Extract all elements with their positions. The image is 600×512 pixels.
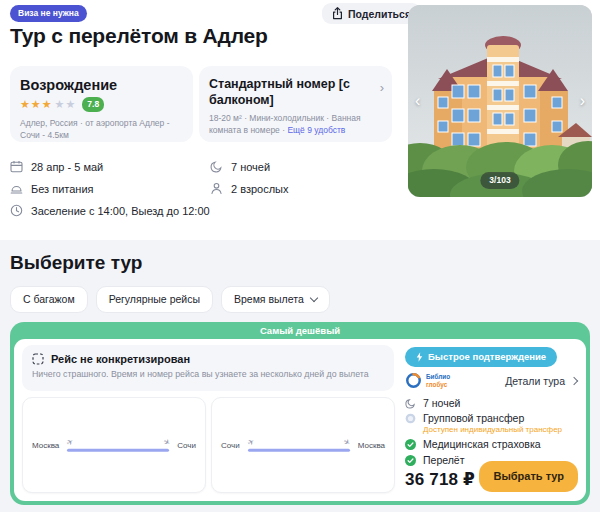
share-icon (332, 7, 343, 20)
meal-icon (10, 182, 23, 195)
feature-flight-label: Перелёт (423, 454, 465, 466)
plane-landing-icon: ✈ (161, 438, 171, 448)
trip-guests: 2 взрослых (210, 182, 289, 195)
flight-notice-title: Рейс не конкретизирован (51, 353, 190, 365)
plane-landing-icon: ✈ (341, 438, 351, 448)
chevron-right-icon[interactable]: › (380, 80, 384, 95)
flight-notice-subtitle: Ничего страшного. Время и номер рейса вы… (32, 369, 384, 379)
flight-from-city: Москва (32, 441, 59, 450)
tour-details-link[interactable]: Детали тура (505, 375, 577, 387)
operator-row: Библио глобус Детали тура (405, 372, 577, 389)
trip-meals-label: Без питания (31, 183, 94, 195)
tours-section: Выберите тур С багажом Регулярные рейсы … (0, 240, 600, 512)
filter-regular-flights-label: Регулярные рейсы (109, 293, 200, 305)
stars-empty-icon: ★★ (55, 98, 77, 111)
trip-dates-label: 28 апр - 5 май (31, 161, 103, 173)
moon-icon (210, 160, 223, 173)
tour-details-label: Детали тура (505, 375, 565, 387)
photo-prev-button[interactable]: ‹ (415, 93, 420, 109)
flight-route-line (248, 449, 350, 452)
filter-departure-time-label: Время вылета (234, 293, 304, 305)
filter-regular-flights[interactable]: Регулярные рейсы (96, 286, 213, 313)
hotel-stars: ★★★ ★★ 7.8 (20, 97, 183, 112)
room-card[interactable]: Стандартный номер [с балконом] › 18-20 м… (199, 66, 392, 142)
share-button[interactable]: Поделиться (322, 3, 421, 24)
plane-takeoff-icon: ✈ (66, 438, 76, 448)
transfer-note: Доступен индивидуальный трансфер (423, 425, 562, 434)
feature-nights-label: 7 ночей (423, 397, 460, 409)
room-amenities-link[interactable]: Ещё 9 удобств (287, 125, 345, 135)
clock-icon (10, 204, 23, 217)
operator-name-line1: Библио (426, 373, 450, 380)
fast-confirmation-badge: Быстрое подтверждение (405, 347, 557, 367)
trip-checkin-label: Заселение с 14:00, Выезд до 12:00 (31, 205, 210, 217)
filter-departure-time[interactable]: Время вылета (221, 286, 330, 313)
flight-to-city: Москва (358, 441, 385, 450)
plane-takeoff-icon: ✈ (246, 438, 256, 448)
chevron-down-icon (310, 293, 318, 301)
tours-heading: Выберите тур (10, 252, 142, 274)
lightning-icon (416, 352, 423, 362)
visa-badge: Виза не нужна (10, 5, 87, 22)
feature-insurance: Медицинская страховка (405, 438, 541, 450)
trip-guests-label: 2 взрослых (231, 183, 289, 195)
flight-to-city: Сочи (177, 441, 196, 450)
flight-leg-outbound[interactable]: Москва ✈ ✈ Сочи (22, 397, 206, 493)
trip-nights: 7 ночей (210, 160, 270, 173)
tour-offer-inner: Рейс не конкретизирован Ничего страшного… (14, 339, 586, 501)
photo-counter: 3/103 (480, 172, 519, 189)
person-icon (210, 182, 223, 195)
page-title: Тур с перелётом в Адлер (10, 24, 268, 48)
trip-dates: 28 апр - 5 май (10, 160, 103, 173)
moon-icon (405, 398, 416, 409)
feature-flight: Перелёт (405, 454, 465, 466)
unspecified-flight-icon (32, 353, 44, 365)
flight-leg-return[interactable]: Сочи ✈ ✈ Москва (211, 397, 395, 493)
feature-insurance-label: Медицинская страховка (423, 438, 541, 450)
trip-meals: Без питания (10, 182, 94, 195)
feature-nights: 7 ночей (405, 397, 460, 409)
flight-notice: Рейс не конкретизирован Ничего страшного… (22, 345, 394, 391)
tour-page: Виза не нужна Поделиться Тур с перелётом… (0, 0, 600, 512)
filter-baggage[interactable]: С багажом (10, 286, 88, 313)
check-circle-icon (405, 455, 416, 466)
summary-cards: Возрождение ★★★ ★★ 7.8 Адлер, Россия · о… (10, 66, 392, 142)
flight-from-city: Сочи (221, 441, 240, 450)
fast-confirmation-label: Быстрое подтверждение (428, 351, 546, 362)
tour-price: 36 718 ₽ (405, 469, 475, 490)
operator-logo-icon (405, 372, 422, 389)
check-circle-icon (405, 439, 416, 450)
rating-badge: 7.8 (82, 97, 104, 112)
hotel-name: Возрождение (20, 77, 183, 93)
trip-checkin: Заселение с 14:00, Выезд до 12:00 (10, 204, 210, 217)
transfer-icon (405, 413, 416, 424)
operator-name: Библио глобус (426, 373, 450, 388)
filter-baggage-label: С багажом (23, 293, 75, 305)
room-details: 18-20 м² · Мини-холодильник · Ванная ком… (209, 113, 381, 137)
stars-filled-icon: ★★★ (20, 98, 53, 111)
operator-name-line2: глобус (426, 381, 447, 388)
filter-chips: С багажом Регулярные рейсы Время вылета (10, 286, 330, 313)
hotel-card[interactable]: Возрождение ★★★ ★★ 7.8 Адлер, Россия · о… (10, 66, 193, 142)
feature-transfer: Групповой трансфер (405, 412, 524, 424)
calendar-icon (10, 160, 23, 173)
feature-transfer-label: Групповой трансфер (423, 412, 524, 424)
tour-offer-card: Самый дешёвый Рейс не конкретизирован Ни… (10, 322, 590, 505)
share-label: Поделиться (348, 8, 411, 20)
flight-legs: Москва ✈ ✈ Сочи (22, 397, 395, 493)
select-tour-button[interactable]: Выбрать тур (479, 461, 578, 492)
room-name: Стандартный номер [с балконом] (209, 77, 361, 108)
photo-next-button[interactable]: › (580, 93, 585, 109)
hotel-photo[interactable]: ‹ › 3/103 (408, 5, 592, 197)
cheapest-ribbon: Самый дешёвый (10, 325, 590, 336)
chevron-right-icon (570, 376, 578, 384)
hotel-photo-illustration (408, 5, 592, 197)
trip-nights-label: 7 ночей (231, 161, 270, 173)
flight-route-line (67, 449, 169, 452)
hotel-location: Адлер, Россия · от аэропорта Адлер - Соч… (20, 118, 180, 142)
